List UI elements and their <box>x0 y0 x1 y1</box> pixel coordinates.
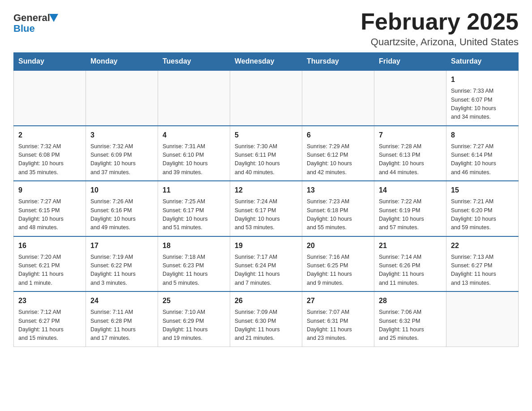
day-info: Sunrise: 7:32 AM Sunset: 6:09 PM Dayligh… <box>90 142 153 177</box>
weekday-header-wednesday: Wednesday <box>230 53 302 71</box>
day-info: Sunrise: 7:29 AM Sunset: 6:12 PM Dayligh… <box>307 142 369 177</box>
calendar-cell: 8Sunrise: 7:27 AM Sunset: 6:14 PM Daylig… <box>446 126 519 181</box>
day-info: Sunrise: 7:17 AM Sunset: 6:24 PM Dayligh… <box>235 253 297 288</box>
week-row-3: 9Sunrise: 7:27 AM Sunset: 6:15 PM Daylig… <box>14 181 519 236</box>
calendar-cell <box>158 70 230 126</box>
week-row-1: 1Sunrise: 7:33 AM Sunset: 6:07 PM Daylig… <box>14 70 519 126</box>
calendar-cell: 27Sunrise: 7:07 AM Sunset: 6:31 PM Dayli… <box>302 291 374 347</box>
day-info: Sunrise: 7:33 AM Sunset: 6:07 PM Dayligh… <box>451 87 514 122</box>
day-number: 9 <box>18 185 81 196</box>
calendar-cell <box>374 70 446 126</box>
calendar-cell <box>230 70 302 126</box>
day-info: Sunrise: 7:20 AM Sunset: 6:21 PM Dayligh… <box>18 253 81 288</box>
day-number: 2 <box>18 130 81 141</box>
day-info: Sunrise: 7:31 AM Sunset: 6:10 PM Dayligh… <box>163 142 225 177</box>
calendar-cell: 20Sunrise: 7:16 AM Sunset: 6:25 PM Dayli… <box>302 236 374 292</box>
day-info: Sunrise: 7:22 AM Sunset: 6:19 PM Dayligh… <box>379 197 442 232</box>
calendar-cell: 23Sunrise: 7:12 AM Sunset: 6:27 PM Dayli… <box>14 291 86 347</box>
day-info: Sunrise: 7:21 AM Sunset: 6:20 PM Dayligh… <box>451 197 514 232</box>
page-header: General Blue February 2025 Quartzsite, A… <box>13 9 519 48</box>
logo-blue-text: Blue <box>13 23 35 34</box>
calendar-cell: 24Sunrise: 7:11 AM Sunset: 6:28 PM Dayli… <box>86 291 158 347</box>
day-info: Sunrise: 7:32 AM Sunset: 6:08 PM Dayligh… <box>18 142 81 177</box>
weekday-header-friday: Friday <box>374 53 446 71</box>
day-number: 6 <box>307 130 369 141</box>
calendar-cell: 1Sunrise: 7:33 AM Sunset: 6:07 PM Daylig… <box>446 70 519 126</box>
day-number: 27 <box>307 295 369 306</box>
logo-general-text: General <box>13 13 50 23</box>
logo: General Blue <box>13 9 58 34</box>
weekday-header-thursday: Thursday <box>302 53 374 71</box>
week-row-5: 23Sunrise: 7:12 AM Sunset: 6:27 PM Dayli… <box>14 291 519 347</box>
day-number: 7 <box>379 130 442 141</box>
day-info: Sunrise: 7:10 AM Sunset: 6:29 PM Dayligh… <box>163 308 225 343</box>
day-number: 1 <box>451 74 514 85</box>
calendar-cell: 12Sunrise: 7:24 AM Sunset: 6:17 PM Dayli… <box>230 181 302 236</box>
day-number: 26 <box>235 295 297 306</box>
day-number: 22 <box>451 240 514 251</box>
day-number: 8 <box>451 130 514 141</box>
title-block: February 2025 Quartzsite, Arizona, Unite… <box>360 9 519 48</box>
day-number: 5 <box>235 130 297 141</box>
day-info: Sunrise: 7:13 AM Sunset: 6:27 PM Dayligh… <box>451 253 514 288</box>
day-info: Sunrise: 7:12 AM Sunset: 6:27 PM Dayligh… <box>18 308 81 343</box>
calendar-cell <box>446 291 519 347</box>
calendar-title: February 2025 <box>360 9 519 34</box>
calendar-cell: 14Sunrise: 7:22 AM Sunset: 6:19 PM Dayli… <box>374 181 446 236</box>
calendar-cell: 3Sunrise: 7:32 AM Sunset: 6:09 PM Daylig… <box>86 126 158 181</box>
logo-triangle-icon <box>49 14 58 22</box>
calendar-cell: 11Sunrise: 7:25 AM Sunset: 6:17 PM Dayli… <box>158 181 230 236</box>
day-info: Sunrise: 7:27 AM Sunset: 6:14 PM Dayligh… <box>451 142 514 177</box>
day-info: Sunrise: 7:06 AM Sunset: 6:32 PM Dayligh… <box>379 308 442 343</box>
day-number: 17 <box>90 240 153 251</box>
weekday-header-tuesday: Tuesday <box>158 53 230 71</box>
day-number: 12 <box>235 185 297 196</box>
day-number: 4 <box>163 130 225 141</box>
calendar-cell: 26Sunrise: 7:09 AM Sunset: 6:30 PM Dayli… <box>230 291 302 347</box>
calendar-subtitle: Quartzsite, Arizona, United States <box>360 36 519 48</box>
day-info: Sunrise: 7:18 AM Sunset: 6:23 PM Dayligh… <box>163 253 225 288</box>
weekday-header-sunday: Sunday <box>14 53 86 71</box>
calendar-cell: 15Sunrise: 7:21 AM Sunset: 6:20 PM Dayli… <box>446 181 519 236</box>
calendar-cell: 5Sunrise: 7:30 AM Sunset: 6:11 PM Daylig… <box>230 126 302 181</box>
day-number: 3 <box>90 130 153 141</box>
calendar-cell: 22Sunrise: 7:13 AM Sunset: 6:27 PM Dayli… <box>446 236 519 292</box>
calendar-cell: 6Sunrise: 7:29 AM Sunset: 6:12 PM Daylig… <box>302 126 374 181</box>
week-row-2: 2Sunrise: 7:32 AM Sunset: 6:08 PM Daylig… <box>14 126 519 181</box>
day-info: Sunrise: 7:09 AM Sunset: 6:30 PM Dayligh… <box>235 308 297 343</box>
day-number: 18 <box>163 240 225 251</box>
day-info: Sunrise: 7:14 AM Sunset: 6:26 PM Dayligh… <box>379 253 442 288</box>
day-number: 23 <box>18 295 81 306</box>
day-info: Sunrise: 7:16 AM Sunset: 6:25 PM Dayligh… <box>307 253 369 288</box>
weekday-header-monday: Monday <box>86 53 158 71</box>
day-number: 15 <box>451 185 514 196</box>
day-info: Sunrise: 7:28 AM Sunset: 6:13 PM Dayligh… <box>379 142 442 177</box>
weekday-header-row: SundayMondayTuesdayWednesdayThursdayFrid… <box>14 53 519 71</box>
calendar-cell: 10Sunrise: 7:26 AM Sunset: 6:16 PM Dayli… <box>86 181 158 236</box>
calendar-cell: 25Sunrise: 7:10 AM Sunset: 6:29 PM Dayli… <box>158 291 230 347</box>
day-number: 10 <box>90 185 153 196</box>
calendar-cell: 17Sunrise: 7:19 AM Sunset: 6:22 PM Dayli… <box>86 236 158 292</box>
logo-wordmark: General Blue <box>13 13 58 34</box>
day-info: Sunrise: 7:23 AM Sunset: 6:18 PM Dayligh… <box>307 197 369 232</box>
day-info: Sunrise: 7:30 AM Sunset: 6:11 PM Dayligh… <box>235 142 297 177</box>
day-number: 16 <box>18 240 81 251</box>
calendar-cell: 7Sunrise: 7:28 AM Sunset: 6:13 PM Daylig… <box>374 126 446 181</box>
day-number: 19 <box>235 240 297 251</box>
week-row-4: 16Sunrise: 7:20 AM Sunset: 6:21 PM Dayli… <box>14 236 519 292</box>
calendar-cell: 2Sunrise: 7:32 AM Sunset: 6:08 PM Daylig… <box>14 126 86 181</box>
day-number: 20 <box>307 240 369 251</box>
calendar-cell: 28Sunrise: 7:06 AM Sunset: 6:32 PM Dayli… <box>374 291 446 347</box>
calendar-table: SundayMondayTuesdayWednesdayThursdayFrid… <box>13 52 519 347</box>
calendar-cell: 21Sunrise: 7:14 AM Sunset: 6:26 PM Dayli… <box>374 236 446 292</box>
calendar-cell: 4Sunrise: 7:31 AM Sunset: 6:10 PM Daylig… <box>158 126 230 181</box>
calendar-cell: 18Sunrise: 7:18 AM Sunset: 6:23 PM Dayli… <box>158 236 230 292</box>
day-info: Sunrise: 7:25 AM Sunset: 6:17 PM Dayligh… <box>163 197 225 232</box>
calendar-cell: 9Sunrise: 7:27 AM Sunset: 6:15 PM Daylig… <box>14 181 86 236</box>
day-number: 11 <box>163 185 225 196</box>
weekday-header-saturday: Saturday <box>446 53 519 71</box>
day-number: 14 <box>379 185 442 196</box>
day-info: Sunrise: 7:07 AM Sunset: 6:31 PM Dayligh… <box>307 308 369 343</box>
day-info: Sunrise: 7:26 AM Sunset: 6:16 PM Dayligh… <box>90 197 153 232</box>
day-info: Sunrise: 7:24 AM Sunset: 6:17 PM Dayligh… <box>235 197 297 232</box>
